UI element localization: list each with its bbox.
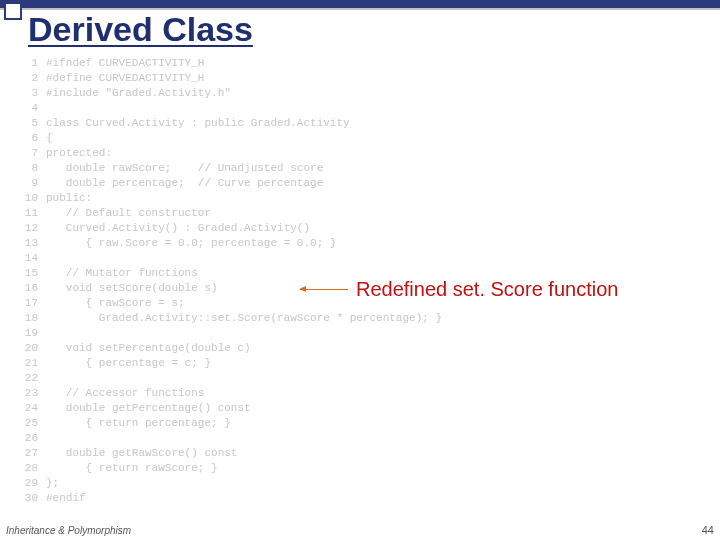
code-text: double getRawScore() const	[46, 446, 237, 461]
code-line: 10public:	[20, 191, 442, 206]
line-number: 14	[20, 251, 46, 266]
code-text: // Accessor functions	[46, 386, 204, 401]
code-line: 21 { percentage = c; }	[20, 356, 442, 371]
line-number: 2	[20, 71, 46, 86]
code-line: 1#ifndef CURVEDACTIVITY_H	[20, 56, 442, 71]
code-text: public:	[46, 191, 92, 206]
line-number: 28	[20, 461, 46, 476]
line-number: 26	[20, 431, 46, 446]
line-number: 15	[20, 266, 46, 281]
code-line: 24 double getPercentage() const	[20, 401, 442, 416]
line-number: 29	[20, 476, 46, 491]
code-line: 4	[20, 101, 442, 116]
code-line: 20 void setPercentage(double c)	[20, 341, 442, 356]
code-line: 6{	[20, 131, 442, 146]
code-line: 9 double percentage; // Curve percentage	[20, 176, 442, 191]
line-number: 19	[20, 326, 46, 341]
code-text: #endif	[46, 491, 86, 506]
line-number: 30	[20, 491, 46, 506]
code-text: // Mutator functions	[46, 266, 198, 281]
line-number: 22	[20, 371, 46, 386]
code-text: #define CURVEDACTIVITY_H	[46, 71, 204, 86]
code-text: // Default constructor	[46, 206, 211, 221]
code-text: { return percentage; }	[46, 416, 231, 431]
code-line: 2#define CURVEDACTIVITY_H	[20, 71, 442, 86]
arrow-icon	[300, 289, 348, 290]
code-line: 25 { return percentage; }	[20, 416, 442, 431]
code-text: class Curved.Activity : public Graded.Ac…	[46, 116, 350, 131]
line-number: 16	[20, 281, 46, 296]
code-text: double rawScore; // Unadjusted score	[46, 161, 323, 176]
line-number: 13	[20, 236, 46, 251]
code-text: void setScore(double s)	[46, 281, 218, 296]
code-line: 26	[20, 431, 442, 446]
code-line: 13 { raw.Score = 0.0; percentage = 0.0; …	[20, 236, 442, 251]
line-number: 3	[20, 86, 46, 101]
code-line: 27 double getRawScore() const	[20, 446, 442, 461]
line-number: 9	[20, 176, 46, 191]
code-line: 11 // Default constructor	[20, 206, 442, 221]
annotation-label: Redefined set. Score function	[356, 278, 618, 301]
code-line: 8 double rawScore; // Unadjusted score	[20, 161, 442, 176]
line-number: 27	[20, 446, 46, 461]
code-line: 30#endif	[20, 491, 442, 506]
line-number: 24	[20, 401, 46, 416]
code-text: double percentage; // Curve percentage	[46, 176, 323, 191]
line-number: 17	[20, 296, 46, 311]
code-line: 5class Curved.Activity : public Graded.A…	[20, 116, 442, 131]
code-text: Graded.Activity::set.Score(rawScore * pe…	[46, 311, 442, 326]
line-number: 10	[20, 191, 46, 206]
code-text: { return rawScore; }	[46, 461, 218, 476]
line-number: 21	[20, 356, 46, 371]
code-line: 29};	[20, 476, 442, 491]
page-title: Derived Class	[28, 10, 253, 49]
line-number: 5	[20, 116, 46, 131]
code-line: 14	[20, 251, 442, 266]
code-text: protected:	[46, 146, 112, 161]
corner-decoration	[4, 2, 22, 20]
line-number: 7	[20, 146, 46, 161]
line-number: 6	[20, 131, 46, 146]
code-line: 22	[20, 371, 442, 386]
line-number: 11	[20, 206, 46, 221]
page-number: 44	[702, 524, 714, 536]
code-text: { raw.Score = 0.0; percentage = 0.0; }	[46, 236, 336, 251]
line-number: 12	[20, 221, 46, 236]
code-line: 12 Curved.Activity() : Graded.Activity()	[20, 221, 442, 236]
line-number: 1	[20, 56, 46, 71]
code-line: 28 { return rawScore; }	[20, 461, 442, 476]
code-text: { percentage = c; }	[46, 356, 211, 371]
code-text: void setPercentage(double c)	[46, 341, 251, 356]
code-line: 23 // Accessor functions	[20, 386, 442, 401]
code-text: { rawScore = s;	[46, 296, 185, 311]
line-number: 25	[20, 416, 46, 431]
code-text: double getPercentage() const	[46, 401, 251, 416]
code-text: Curved.Activity() : Graded.Activity()	[46, 221, 310, 236]
footer-topic: Inheritance & Polymorphism	[6, 525, 131, 536]
code-text: #ifndef CURVEDACTIVITY_H	[46, 56, 204, 71]
code-text: {	[46, 131, 53, 146]
slide-topbar	[0, 0, 720, 10]
line-number: 23	[20, 386, 46, 401]
line-number: 20	[20, 341, 46, 356]
line-number: 18	[20, 311, 46, 326]
code-line: 3#include "Graded.Activity.h"	[20, 86, 442, 101]
line-number: 8	[20, 161, 46, 176]
line-number: 4	[20, 101, 46, 116]
code-text: #include "Graded.Activity.h"	[46, 86, 231, 101]
annotation: Redefined set. Score function	[300, 278, 618, 301]
code-text: };	[46, 476, 59, 491]
code-line: 19	[20, 326, 442, 341]
code-line: 18 Graded.Activity::set.Score(rawScore *…	[20, 311, 442, 326]
code-line: 7protected:	[20, 146, 442, 161]
